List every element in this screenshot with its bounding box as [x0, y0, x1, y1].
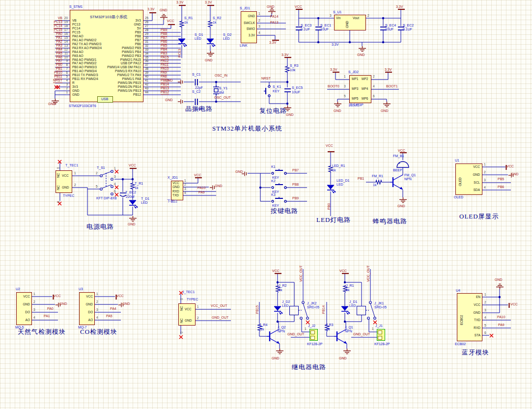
relay-coil-1[interactable] — [357, 306, 366, 315]
mcu-pin-number-44: 44 — [145, 90, 148, 94]
net-GND: GND — [48, 102, 56, 106]
mcu-pin-name-44: PB12 — [133, 93, 141, 97]
ground-port-icon — [178, 80, 184, 84]
section-power: 电源电路 — [86, 225, 114, 229]
junction-dot — [317, 17, 320, 20]
net-VCC: VCC — [510, 302, 518, 306]
des-1k: 1k — [184, 21, 188, 25]
power-bar-icon — [149, 12, 157, 14]
mcu-pin-number-43: 43 — [145, 86, 148, 90]
led-icon — [129, 200, 139, 210]
nm-VCC: VCC — [185, 307, 192, 311]
net-3.3V: 3.3V — [176, 0, 183, 4]
mcu-pin-name-31: PB6 — [135, 42, 141, 46]
net-VCC: VCC — [54, 294, 61, 298]
mcu-pin-name-42: PWM1/2N PB14 — [118, 85, 141, 89]
mcu-title: STM32F103最小系统 — [90, 15, 127, 19]
switch-contact — [374, 317, 376, 320]
nm-GND: GND — [172, 185, 179, 189]
mcu-pin-number-5: 5 — [66, 75, 68, 79]
junction-dot — [343, 320, 346, 323]
des-8M: 8M — [219, 91, 224, 95]
net-VCC: VCC — [129, 164, 136, 167]
pushbutton-icon[interactable] — [264, 84, 272, 97]
nm-AO: AO — [88, 318, 93, 322]
mcu-pin-number-40: 40 — [145, 75, 148, 79]
des-S_K1: S_K1 — [273, 85, 281, 89]
section-keys: 按键电路 — [271, 209, 298, 213]
net-NRST: NRST — [261, 77, 271, 81]
mcu-part-number: STM32F103C8T6 — [69, 104, 96, 108]
switch-contact — [302, 301, 305, 304]
mcu-pin-name-6: PB10 TX PWM2/3 — [72, 73, 98, 77]
net-GND: GND — [357, 53, 365, 57]
no-connect-icon — [489, 333, 494, 338]
section-led: LED灯电路 — [316, 218, 351, 222]
pin-4: 4 — [484, 186, 486, 190]
nm-VCC: VCC — [86, 295, 93, 299]
terminal-pad[interactable] — [378, 336, 382, 340]
net-GND: GND — [160, 8, 168, 12]
pushbutton-icon[interactable] — [271, 183, 287, 189]
nm-DO: DO — [88, 310, 93, 314]
mcu-pin-number-9: 9 — [66, 59, 68, 63]
nm-Vin: Vin — [336, 16, 340, 20]
schematic-canvas: S_STM1STM32F103C8T6STM32F103最小系统USBGND3.… — [0, 0, 532, 409]
nm-GND: GND — [185, 319, 192, 323]
pin-3: 3 — [258, 25, 260, 28]
mcu-pin-name-1: GND — [72, 93, 79, 97]
mcu-designator: S_STM1 — [69, 5, 83, 9]
section-mcu: STM32单片机最小系统 — [212, 127, 282, 131]
net-GND: GND — [122, 302, 130, 306]
des-NPN: NPN — [345, 329, 352, 333]
mcu-pin-name-26: GND — [134, 23, 141, 27]
pin-2: 2 — [484, 300, 486, 304]
mcu-pin-number-42: 42 — [145, 82, 148, 86]
pin-2: 2 — [258, 19, 260, 23]
ground-icon — [399, 197, 407, 203]
nm-MP5: MP5 — [352, 97, 358, 101]
des-X_JD1: X_JD1 — [168, 176, 178, 180]
mcu-pin-name-32: PWM3/2 PB5 — [122, 46, 141, 50]
relay-coil-2[interactable] — [289, 306, 299, 315]
nm-ECB02: ECB02 — [460, 315, 464, 325]
des-S_D2: S_D2 — [223, 33, 232, 37]
net-GND_OUT: GND_OUT — [212, 316, 228, 320]
des-1k: 1k — [373, 183, 376, 187]
des-LINK: LINK — [240, 44, 248, 48]
pin-4: 4 — [114, 182, 116, 186]
des-S_JD1: S_JD1 — [240, 6, 250, 10]
pushbutton-icon[interactable] — [271, 197, 287, 203]
nm-3.3V: 3.3V — [249, 33, 255, 37]
pushbutton-icon[interactable] — [271, 169, 287, 175]
mcu-pin-number-1: 1 — [66, 90, 68, 94]
pin-3: 3 — [184, 187, 186, 191]
des-LED: LED — [349, 304, 356, 308]
net-PB9: PB9 — [292, 196, 299, 200]
terminal-pad[interactable] — [310, 330, 315, 334]
pin-1: 1 — [258, 12, 260, 16]
net-GND: GND — [128, 222, 136, 226]
switch-contact — [367, 317, 370, 320]
mcu-pin-name-25: 3V3 — [135, 19, 141, 23]
terminal-pad[interactable] — [310, 336, 315, 340]
des-U3: U3 — [79, 287, 83, 291]
mcu-pin-name-29: PB8 — [135, 34, 141, 38]
nm-MP4: MP4 — [362, 87, 368, 91]
mcu-pin-number-36: 36 — [145, 59, 148, 63]
pin-1: 1 — [33, 292, 35, 296]
pin-4: 4 — [96, 316, 98, 320]
mcu-pin-name-13: PA3 RX AO PWM2/4 — [72, 46, 102, 50]
des-U2: U2 — [16, 287, 20, 291]
pin-1: 1 — [484, 293, 486, 297]
des-OLED: OLED — [454, 195, 463, 199]
led-icon — [327, 185, 336, 194]
ground-icon — [206, 51, 215, 57]
switch-contact — [111, 193, 113, 195]
net-PA4: PA4 — [110, 307, 116, 311]
net-GND: GND — [397, 204, 405, 208]
mcu-pin-name-39: PWM1/2 TX PA9 — [117, 73, 141, 77]
net-PA9: PA9 — [198, 191, 205, 194]
des-U4: U4 — [456, 289, 460, 293]
terminal-pad[interactable] — [378, 330, 382, 334]
